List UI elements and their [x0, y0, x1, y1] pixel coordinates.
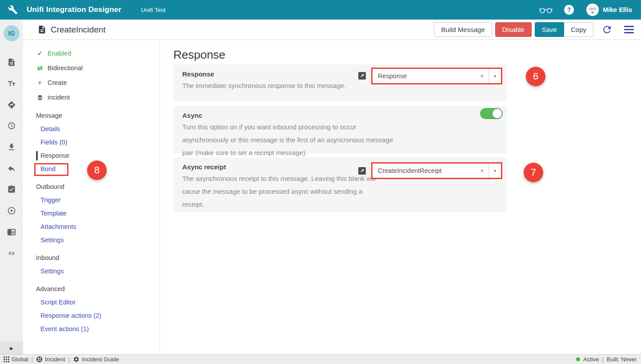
workspace-name[interactable]: Unifi Test: [141, 7, 165, 13]
separator: |: [602, 356, 603, 363]
response-select[interactable]: Response: [373, 69, 475, 83]
database-icon: [36, 94, 44, 101]
create-label: Create: [48, 79, 67, 86]
statusbar-left: Global | Incident | Incident Guide: [4, 356, 119, 363]
sidebar-item-script-editor[interactable]: Script Editor: [23, 296, 160, 309]
scope-item[interactable]: Global: [4, 356, 28, 363]
async-receipt-select-highlight: CreateIncidentReceipt ✕ ▾: [371, 162, 502, 179]
reply-icon[interactable]: [7, 164, 16, 173]
built-label: Built: Never: [607, 356, 637, 363]
sidebar-item-fields[interactable]: Fields (0): [23, 136, 160, 149]
text-fields-icon[interactable]: [7, 79, 16, 88]
disable-button[interactable]: Disable: [495, 22, 532, 37]
main-content: Response Response The immediate synchron…: [160, 40, 641, 354]
sidebar: ✓ Enabled ⇄ Bidirectional + Create incid…: [23, 40, 160, 354]
copy-button[interactable]: Copy: [564, 22, 593, 37]
sidebar-item-template[interactable]: Template: [23, 207, 160, 220]
tasks-icon[interactable]: [7, 184, 16, 194]
response-select-highlight: Response ✕ ▾: [371, 68, 502, 84]
sidebar-item-response-actions[interactable]: Response actions (2): [23, 309, 160, 322]
sidebar-item-enabled[interactable]: ✓ Enabled: [23, 46, 160, 60]
async-description-line1: Turn this option on if you want inbound …: [182, 120, 498, 133]
status-bar: Global | Incident | Incident Guide Activ…: [0, 354, 641, 364]
sidebar-item-details[interactable]: Details: [23, 122, 160, 136]
open-record-icon[interactable]: ↗: [358, 72, 366, 80]
toggle-knob: [493, 109, 502, 118]
page-title: CreateIncident: [51, 25, 106, 35]
section-outbound: Outbound: [23, 180, 160, 193]
section-advanced: Advanced: [23, 282, 160, 296]
async-receipt-description-line3: receipt.: [182, 198, 498, 211]
topbar-right: ? Mike Ellis: [539, 4, 632, 16]
refresh-icon[interactable]: [601, 24, 613, 35]
sidebar-item-create[interactable]: + Create: [23, 75, 160, 90]
clear-icon[interactable]: ✕: [475, 69, 489, 83]
async-toggle[interactable]: [480, 108, 503, 119]
table-label: incident: [48, 94, 70, 101]
integration-item[interactable]: Incident Guide: [73, 356, 119, 363]
sidebar-item-trigger[interactable]: Trigger: [23, 193, 160, 207]
expand-sidebar-button[interactable]: ▶: [0, 342, 23, 354]
async-receipt-panel: Async receipt The asynchronous receipt t…: [173, 157, 507, 212]
glasses-icon[interactable]: [539, 6, 553, 14]
history-icon[interactable]: [7, 121, 16, 131]
section-inbound: Inbound: [23, 251, 160, 264]
table-label: Incident: [45, 356, 65, 363]
integration-avatar[interactable]: IG: [4, 25, 20, 41]
sidebar-item-outbound-settings[interactable]: Settings: [23, 233, 160, 247]
topbar: Unifi Integration Designer Unifi Test ? …: [0, 0, 641, 20]
menu-icon[interactable]: [623, 26, 635, 33]
clear-icon[interactable]: ✕: [475, 164, 489, 178]
integration-label: Incident Guide: [82, 356, 119, 363]
message-header: CreateIncident Build Message Disable Sav…: [23, 20, 641, 40]
enabled-label: Enabled: [48, 50, 71, 57]
separator: |: [32, 356, 33, 363]
code-icon[interactable]: [7, 248, 16, 258]
sidebar-item-bidirectional[interactable]: ⇄ Bidirectional: [23, 60, 160, 75]
help-icon[interactable]: ?: [564, 5, 574, 15]
lifebuoy-icon: [36, 356, 43, 363]
icon-rail: IG ▶: [0, 20, 23, 354]
async-panel: Async Turn this option on if you want in…: [173, 106, 507, 153]
annotation-step-6: 6: [526, 67, 545, 86]
table-item[interactable]: Incident: [36, 356, 65, 363]
run-icon[interactable]: [7, 206, 16, 216]
response-panel: Response The immediate synchronous respo…: [173, 64, 507, 102]
sidebar-item-inbound-settings[interactable]: Settings: [23, 264, 160, 278]
scope-label: Global: [12, 356, 28, 363]
active-status-dot: [576, 357, 580, 361]
user-avatar[interactable]: [586, 4, 599, 16]
section-heading: Response: [173, 48, 641, 61]
save-copy-group: Save Copy: [535, 22, 593, 37]
plus-icon: +: [36, 79, 44, 86]
gear-icon: [73, 356, 80, 363]
bidirectional-label: Bidirectional: [48, 64, 83, 72]
annotation-bond-highlight: [34, 163, 68, 176]
app-title: Unifi Integration Designer: [27, 5, 121, 14]
statusbar-right: Active | Built: Never: [576, 356, 637, 363]
sidebar-item-event-actions[interactable]: Event actions (1): [23, 322, 160, 336]
documentation-icon[interactable]: [7, 227, 16, 237]
grid-icon: [4, 356, 9, 362]
document-icon: [37, 25, 47, 34]
sidebar-item-attachments[interactable]: Attachments: [23, 220, 160, 233]
async-receipt-description-line2: cause the message to be processed async …: [182, 185, 498, 198]
directions-icon[interactable]: [7, 100, 16, 110]
chevron-down-icon[interactable]: ▾: [489, 164, 501, 178]
save-button[interactable]: Save: [535, 22, 564, 37]
build-message-button[interactable]: Build Message: [434, 22, 492, 37]
sidebar-item-table[interactable]: incident: [23, 90, 160, 104]
messages-icon[interactable]: [7, 57, 16, 67]
async-receipt-select[interactable]: CreateIncidentReceipt: [373, 164, 475, 178]
chevron-down-icon[interactable]: ▾: [489, 69, 501, 83]
sidebar-item-response[interactable]: Response: [23, 149, 160, 162]
open-record-icon[interactable]: ↗: [358, 167, 366, 175]
active-indicator: [36, 151, 38, 160]
user-name[interactable]: Mike Ellis: [603, 6, 632, 13]
section-message: Message: [23, 109, 160, 122]
wrench-icon: [8, 5, 18, 15]
annotation-step-7: 7: [524, 163, 543, 182]
download-icon[interactable]: [7, 142, 16, 152]
response-label: Response: [40, 152, 69, 159]
annotation-step-8: 8: [87, 160, 107, 180]
